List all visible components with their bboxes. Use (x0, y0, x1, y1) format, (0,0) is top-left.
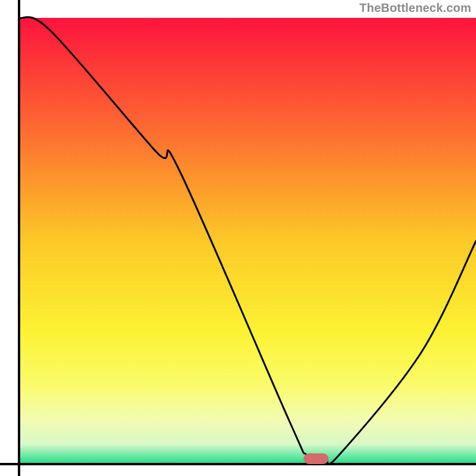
bottleneck-chart (0, 0, 476, 476)
plot-background (19, 18, 476, 464)
attribution-text: TheBottleneck.com (359, 1, 471, 15)
optimal-marker (303, 453, 328, 464)
chart-frame: TheBottleneck.com (0, 0, 476, 476)
